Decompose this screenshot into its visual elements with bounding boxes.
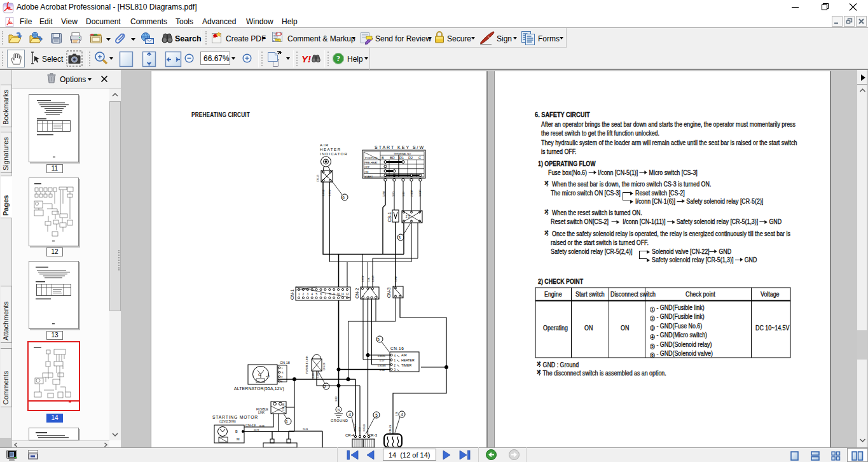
svg-text:R2: R2 (408, 156, 413, 160)
svg-text:0.5B: 0.5B (380, 369, 385, 372)
svg-text:0.85B: 0.85B (322, 190, 325, 196)
svg-text:20 R: 20 R (254, 428, 259, 431)
svg-text:0.5Y: 0.5Y (380, 360, 385, 362)
svg-text:CN-18: CN-18 (280, 361, 290, 365)
svg-text:CN-26: CN-26 (282, 403, 285, 411)
svg-text:5: 5 (377, 337, 380, 342)
svg-text:0.85R: 0.85R (372, 276, 375, 282)
svg-text:0.85LB: 0.85LB (363, 424, 366, 431)
svg-text:1: 1 (286, 419, 288, 424)
svg-text:4: 4 (348, 412, 351, 417)
svg-text:11: 11 (341, 293, 345, 296)
svg-text:10: 10 (337, 293, 341, 296)
svg-text:CN-23: CN-23 (389, 424, 392, 433)
svg-text:CR-3: CR-3 (368, 433, 378, 437)
svg-text:ON: ON (364, 171, 368, 174)
svg-text:4: 4 (401, 412, 403, 417)
svg-text:TIMER: TIMER (401, 363, 411, 367)
svg-text:OFF: OFF (364, 165, 370, 169)
svg-text:TERMINAL NO: TERMINAL NO (394, 152, 411, 155)
svg-text:12: 12 (346, 293, 350, 296)
svg-text:CN-1: CN-1 (290, 290, 294, 300)
svg-text:HEATER: HEATER (320, 147, 341, 151)
svg-text:3.0B: 3.0B (403, 192, 405, 197)
svg-text:HEATER: HEATER (401, 358, 415, 362)
svg-text:L: L (282, 367, 283, 370)
svg-text:5: 5 (375, 413, 378, 417)
svg-text:POSITION: POSITION (365, 157, 377, 160)
svg-text:7: 7 (325, 293, 327, 296)
svg-text:0.85Y: 0.85Y (329, 190, 331, 196)
svg-text:2: 2 (324, 384, 326, 389)
svg-text:CR-4: CR-4 (345, 433, 355, 437)
svg-text:1: 1 (298, 293, 300, 296)
svg-text:5.0L: 5.0L (396, 412, 398, 416)
svg-text:0.5WR: 0.5WR (354, 424, 357, 431)
svg-text:0.85BR: 0.85BR (378, 365, 386, 367)
svg-text:START KEY S/W: START KEY S/W (375, 145, 425, 150)
svg-text:20 B: 20 B (303, 428, 308, 431)
svg-text:3: 3 (394, 368, 396, 372)
svg-text:5.0RB: 5.0RB (317, 371, 319, 378)
svg-text:4: 4 (312, 293, 313, 296)
svg-text:3: 3 (307, 293, 309, 296)
svg-text:3.0G: 3.0G (392, 192, 395, 197)
svg-text:5: 5 (316, 293, 318, 296)
svg-text:FUSIBLE LINK: FUSIBLE LINK (305, 356, 308, 374)
svg-text:1: 1 (394, 359, 396, 362)
svg-text:B: B (235, 430, 238, 433)
svg-text:INDICATOR: INDICATOR (320, 151, 348, 156)
svg-text:0.5Y: 0.5Y (359, 426, 361, 431)
svg-text:3.0GR: 3.0GR (419, 190, 422, 197)
svg-text:CN-3: CN-3 (387, 288, 391, 298)
svg-text:CS-1: CS-1 (387, 212, 392, 222)
svg-text:2 3: 2 3 (406, 215, 410, 218)
svg-text:2: 2 (394, 364, 396, 367)
svg-text:2: 2 (303, 293, 305, 296)
svg-text:PRE-HEAT: PRE-HEAT (364, 161, 378, 164)
svg-text:CN-16: CN-16 (390, 346, 404, 351)
svg-text:3.0B: 3.0B (335, 396, 338, 402)
svg-text:6: 6 (342, 195, 345, 200)
svg-text:6: 6 (320, 293, 322, 296)
svg-text:R1: R1 (399, 156, 404, 160)
svg-text:9: 9 (333, 293, 335, 296)
svg-text:CN-19: CN-19 (245, 423, 256, 427)
svg-text:?: ? (336, 54, 340, 63)
svg-text:START: START (364, 175, 373, 178)
svg-text:R: R (282, 372, 284, 374)
svg-text:GROUND: GROUND (331, 419, 348, 423)
svg-text:4: 4 (394, 354, 396, 358)
svg-text:G: G (258, 373, 261, 377)
svg-text:B: B (382, 156, 384, 160)
svg-text:~3: ~3 (266, 374, 270, 378)
svg-text:ALTERNATOR(55A,12V): ALTERNATOR(55A,12V) (234, 386, 284, 391)
svg-text:5.0L: 5.0L (368, 277, 370, 282)
svg-text:F: F (282, 376, 283, 379)
svg-text:C: C (418, 156, 421, 160)
svg-text:BR: BR (390, 156, 395, 160)
svg-text:5.0W: 5.0W (383, 191, 385, 197)
svg-text:(12V/2.5KW): (12V/2.5KW) (219, 420, 236, 423)
svg-text:2.0BR: 2.0BR (411, 190, 413, 197)
svg-text:STARTING MOTOR: STARTING MOTOR (212, 415, 258, 419)
svg-text:AIR: AIR (320, 143, 329, 147)
svg-text:8: 8 (329, 293, 331, 296)
svg-text:CN-2: CN-2 (355, 288, 359, 298)
svg-text:LINK: LINK (258, 411, 265, 414)
svg-text:5.0R: 5.0R (312, 373, 315, 378)
svg-text:3.0W: 3.0W (395, 276, 397, 282)
svg-text:8.0B: 8.0B (259, 425, 265, 428)
svg-text:CN-20: CN-20 (322, 362, 326, 370)
svg-text:AIR: AIR (401, 353, 407, 357)
svg-text:CN-13: CN-13 (316, 174, 319, 182)
svg-text:N: N (338, 408, 340, 412)
svg-text:0.85Y: 0.85Y (362, 276, 364, 282)
svg-text:0.85RL: 0.85RL (378, 355, 385, 358)
svg-text:3: 3 (398, 235, 401, 240)
